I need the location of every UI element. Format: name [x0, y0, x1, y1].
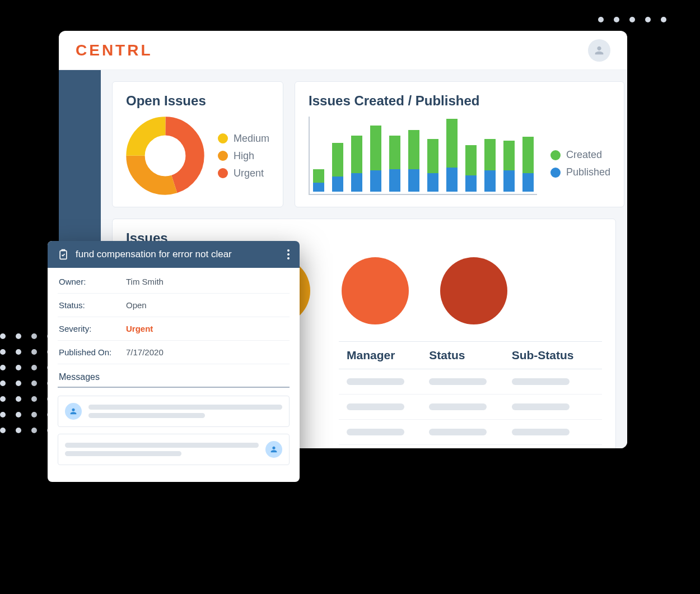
placeholder [429, 378, 487, 385]
issues-cp-legend: Created Published [550, 149, 610, 178]
bar [370, 126, 381, 192]
column-header-status[interactable]: Status [429, 349, 511, 362]
bar [503, 141, 515, 192]
placeholder [429, 429, 487, 435]
bar [408, 130, 419, 192]
bar [332, 143, 343, 192]
decorative-dots-top [598, 17, 666, 22]
legend-item-urgent: Urgent [218, 168, 269, 179]
field-label: Severity: [59, 324, 126, 333]
swatch-icon [218, 133, 228, 143]
message-avatar [65, 403, 82, 420]
placeholder [512, 378, 570, 385]
message-item[interactable] [58, 434, 290, 465]
field-label: Published On: [59, 347, 126, 357]
brand-logo: CENTRL [76, 41, 153, 59]
person-icon [69, 407, 78, 416]
table-row[interactable] [339, 369, 602, 395]
legend-item-published: Published [550, 166, 610, 178]
message-placeholder [88, 405, 282, 418]
card-title: Issues Created / Published [309, 93, 610, 109]
table-row[interactable] [339, 420, 602, 445]
bar [389, 136, 400, 192]
field-label: Status: [59, 300, 126, 310]
field-severity: Severity: Urgent [58, 317, 290, 341]
bar [465, 145, 477, 192]
field-value: Open [126, 300, 147, 310]
bar [313, 169, 324, 192]
open-issues-card: Open Issues [112, 81, 283, 207]
field-label: Owner: [59, 277, 126, 286]
field-value: Urgent [126, 324, 153, 333]
field-owner: Owner: Tim Smith [58, 270, 290, 294]
clipboard-check-icon [58, 249, 69, 260]
legend-label: Created [566, 149, 602, 161]
legend-item-high: High [218, 150, 269, 162]
table-row[interactable] [339, 395, 602, 420]
bar [351, 136, 362, 192]
message-placeholder [65, 443, 259, 456]
user-avatar[interactable] [588, 39, 610, 62]
message-item[interactable] [58, 396, 290, 427]
field-status: Status: Open [58, 294, 290, 317]
bar [446, 119, 458, 192]
placeholder [512, 429, 570, 435]
status-circle [342, 257, 409, 324]
legend-item-medium: Medium [218, 133, 269, 145]
legend-label: Urgent [234, 168, 264, 179]
issue-detail-popup: fund compensation for error not clear Ow… [48, 241, 300, 482]
swatch-icon [550, 150, 561, 160]
open-issues-legend: Medium High Urgent [218, 133, 269, 179]
status-circle [440, 257, 507, 324]
topbar: CENTRL [59, 31, 627, 70]
placeholder [429, 403, 487, 410]
card-title: Open Issues [126, 93, 269, 109]
field-published-on: Published On: 7/17/2020 [58, 341, 290, 364]
legend-label: Published [566, 166, 610, 178]
placeholder [347, 429, 404, 435]
column-header-manager[interactable]: Manager [347, 349, 429, 362]
person-icon [593, 44, 605, 57]
column-header-sub-status[interactable]: Sub-Status [512, 349, 594, 362]
bar [484, 139, 496, 192]
placeholder [347, 378, 404, 385]
legend-label: High [234, 150, 254, 162]
legend-label: Medium [234, 133, 269, 145]
issues-table-header: Manager Status Sub-Status [339, 341, 602, 369]
message-avatar [265, 441, 282, 458]
popup-title: fund compensation for error not clear [76, 249, 232, 260]
field-value: Tim Smith [126, 277, 164, 286]
bar [522, 137, 534, 192]
swatch-icon [550, 168, 561, 178]
issues-bar-chart [309, 117, 537, 195]
popup-header: fund compensation for error not clear [48, 241, 300, 268]
bar [427, 139, 438, 192]
messages-section-label: Messages [58, 364, 290, 388]
field-value: 7/17/2020 [126, 347, 164, 357]
swatch-icon [218, 168, 228, 178]
issues-created-published-card: Issues Created / Published Created Publi… [295, 81, 624, 207]
more-options-button[interactable] [287, 249, 290, 259]
placeholder [512, 403, 570, 410]
placeholder [347, 403, 404, 410]
swatch-icon [218, 151, 228, 161]
person-icon [269, 445, 278, 454]
open-issues-donut-chart [126, 117, 204, 195]
legend-item-created: Created [550, 149, 610, 161]
